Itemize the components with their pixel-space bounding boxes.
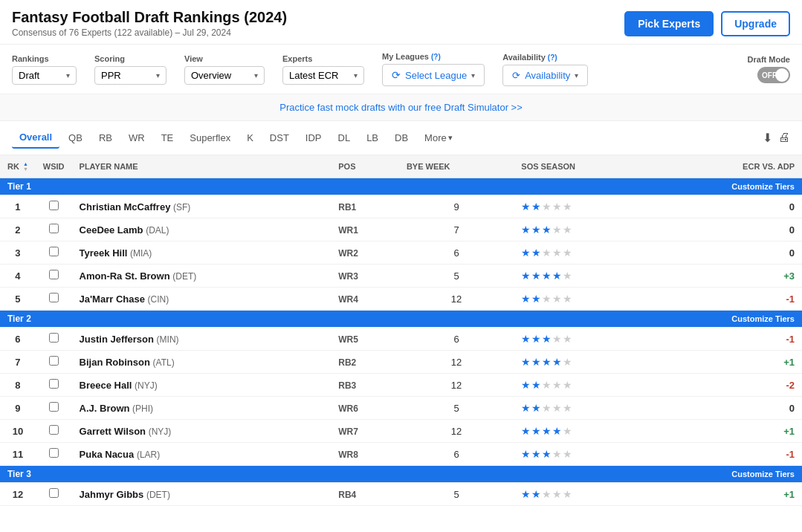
wsid-checkbox[interactable] bbox=[49, 356, 59, 366]
ecr-adp-cell: -2 bbox=[649, 374, 802, 397]
print-icon[interactable]: 🖨 bbox=[778, 131, 790, 145]
wsid-cell[interactable] bbox=[36, 241, 72, 265]
wsid-checkbox[interactable] bbox=[49, 488, 59, 498]
wsid-checkbox[interactable] bbox=[49, 402, 59, 412]
rank-cell: 6 bbox=[0, 328, 36, 351]
wsid-cell[interactable] bbox=[36, 420, 72, 443]
star: ★ bbox=[552, 247, 562, 259]
tab-dl[interactable]: DL bbox=[331, 128, 358, 148]
wsid-cell[interactable] bbox=[36, 374, 72, 397]
star: ★ bbox=[552, 201, 562, 213]
view-control: View Overview Stats Projections ▾ bbox=[184, 54, 265, 85]
experts-select-wrapper[interactable]: Latest ECR ▾ bbox=[282, 66, 364, 85]
position-badge: WR5 bbox=[338, 334, 358, 345]
experts-select[interactable]: Latest ECR bbox=[289, 70, 351, 81]
pos-cell: WR8 bbox=[331, 443, 399, 466]
draft-mode-toggle[interactable]: OFF bbox=[757, 67, 790, 83]
rankings-select-wrapper[interactable]: Draft Auction ▾ bbox=[12, 66, 77, 85]
star: ★ bbox=[521, 488, 531, 500]
player-name: CeeDee Lamb bbox=[80, 224, 143, 236]
view-select-wrapper[interactable]: Overview Stats Projections ▾ bbox=[184, 66, 265, 85]
pos-cell: RB3 bbox=[331, 374, 399, 397]
wsid-checkbox[interactable] bbox=[49, 425, 59, 435]
star: ★ bbox=[552, 448, 562, 460]
availability-button[interactable]: ⟳ Availability ▾ bbox=[502, 65, 588, 86]
wsid-checkbox[interactable] bbox=[49, 201, 59, 210]
pick-experts-button[interactable]: Pick Experts bbox=[624, 11, 714, 36]
wsid-cell[interactable] bbox=[36, 397, 72, 420]
tab-more[interactable]: More ▾ bbox=[417, 128, 460, 148]
my-leagues-help-icon[interactable]: (?) bbox=[431, 53, 441, 61]
team-abbr: (DAL) bbox=[146, 225, 169, 236]
wsid-cell[interactable] bbox=[36, 218, 72, 241]
select-league-button[interactable]: ⟳ Select League ▾ bbox=[382, 64, 485, 86]
customize-tiers-button[interactable]: Customize Tiers bbox=[649, 311, 802, 328]
toggle-knob bbox=[775, 68, 789, 82]
team-abbr: (DET) bbox=[146, 490, 170, 500]
tab-overall[interactable]: Overall bbox=[12, 127, 59, 149]
availability-label: Availability (?) bbox=[502, 53, 588, 62]
wsid-checkbox[interactable] bbox=[49, 247, 59, 256]
star: ★ bbox=[531, 488, 541, 500]
draft-simulator-link[interactable]: Practice fast mock drafts with our free … bbox=[279, 102, 523, 113]
star: ★ bbox=[521, 333, 531, 345]
ecr-adp-cell: -1 bbox=[649, 443, 802, 466]
wsid-checkbox[interactable] bbox=[49, 270, 59, 279]
wsid-cell[interactable] bbox=[36, 195, 72, 218]
wsid-cell[interactable] bbox=[36, 328, 72, 351]
experts-chevron-icon: ▾ bbox=[354, 71, 358, 80]
star: ★ bbox=[563, 333, 572, 345]
tab-lb[interactable]: LB bbox=[359, 128, 386, 148]
player-name: Breece Hall bbox=[80, 380, 132, 391]
wsid-cell[interactable] bbox=[36, 443, 72, 466]
tab-db[interactable]: DB bbox=[387, 128, 415, 148]
wsid-checkbox[interactable] bbox=[49, 379, 59, 389]
page-title: Fantasy Football Draft Rankings (2024) bbox=[12, 9, 287, 26]
position-badge: RB2 bbox=[338, 357, 356, 368]
sos-cell: ★★★★★ bbox=[514, 195, 649, 218]
scoring-select[interactable]: PPR Half PPR Standard bbox=[101, 70, 153, 81]
wsid-cell[interactable] bbox=[36, 351, 72, 374]
tab-superflex[interactable]: Superflex bbox=[182, 128, 238, 148]
star: ★ bbox=[542, 247, 552, 259]
tab-dst[interactable]: DST bbox=[262, 128, 297, 148]
star: ★ bbox=[563, 270, 572, 282]
tab-qb[interactable]: QB bbox=[61, 128, 90, 148]
download-icon[interactable]: ⬇ bbox=[763, 131, 772, 145]
wsid-checkbox[interactable] bbox=[49, 293, 59, 302]
wsid-checkbox[interactable] bbox=[49, 224, 59, 233]
wsid-cell[interactable] bbox=[36, 265, 72, 288]
tab-k[interactable]: K bbox=[239, 128, 261, 148]
tab-rb[interactable]: RB bbox=[91, 128, 120, 148]
table-row: 1 Christian McCaffrey (SF) RB1 9 ★★★★★ 0 bbox=[0, 195, 802, 218]
star: ★ bbox=[552, 224, 562, 236]
team-abbr: (DET) bbox=[172, 271, 196, 282]
customize-tiers-button[interactable]: Customize Tiers bbox=[649, 178, 802, 195]
star: ★ bbox=[521, 293, 531, 305]
customize-tiers-button[interactable]: Customize Tiers bbox=[649, 466, 802, 483]
tab-te[interactable]: TE bbox=[154, 128, 181, 148]
wsid-checkbox[interactable] bbox=[49, 333, 59, 343]
rk-sort[interactable]: ▲ ▼ bbox=[23, 161, 28, 172]
star: ★ bbox=[552, 333, 562, 345]
view-select[interactable]: Overview Stats Projections bbox=[191, 70, 251, 81]
star: ★ bbox=[563, 448, 572, 460]
tab-wr[interactable]: WR bbox=[121, 128, 152, 148]
star: ★ bbox=[521, 356, 531, 368]
tab-idp[interactable]: IDP bbox=[298, 128, 329, 148]
wsid-cell[interactable] bbox=[36, 483, 72, 506]
scoring-select-wrapper[interactable]: PPR Half PPR Standard ▾ bbox=[94, 66, 166, 85]
availability-btn-label: Availability bbox=[525, 70, 570, 81]
wsid-cell[interactable] bbox=[36, 288, 72, 311]
tier-row: Tier 3Customize Tiers bbox=[0, 466, 802, 483]
star: ★ bbox=[521, 425, 531, 437]
rankings-select[interactable]: Draft Auction bbox=[19, 70, 63, 81]
star: ★ bbox=[521, 247, 531, 259]
tier-row: Tier 2Customize Tiers bbox=[0, 311, 802, 328]
wsid-checkbox[interactable] bbox=[49, 448, 59, 458]
player-name-cell: Ja'Marr Chase (CIN) bbox=[72, 288, 332, 311]
team-abbr: (MIN) bbox=[157, 334, 179, 345]
availability-help-icon[interactable]: (?) bbox=[548, 53, 557, 62]
upgrade-button[interactable]: Upgrade bbox=[721, 11, 790, 36]
team-abbr: (PHI) bbox=[132, 403, 153, 414]
